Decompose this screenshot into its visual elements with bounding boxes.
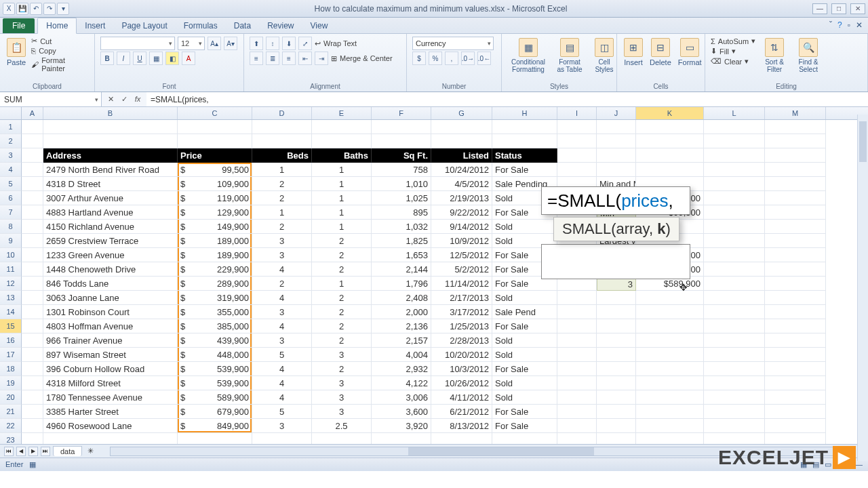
cell[interactable]: 2479 North Bend River Road — [43, 163, 178, 177]
cell[interactable] — [178, 134, 252, 148]
increase-font-icon[interactable]: A▴ — [208, 37, 221, 50]
cell[interactable]: 2,932 — [372, 362, 431, 376]
cell[interactable] — [22, 362, 43, 376]
cell[interactable]: Sale Pend — [492, 305, 557, 319]
tab-home[interactable]: Home — [37, 18, 77, 34]
cell[interactable]: 758 — [372, 163, 431, 177]
cell[interactable]: 4883 Hartland Avenue — [43, 205, 178, 220]
help-icon[interactable]: ? — [837, 20, 842, 30]
ribbon-close-icon[interactable]: ✕ — [856, 20, 863, 30]
cell[interactable] — [597, 376, 636, 390]
cell[interactable]: 3,600 — [372, 405, 431, 419]
cell[interactable]: 4318 Milford Street — [43, 376, 178, 390]
cell[interactable]: 2 — [312, 319, 372, 333]
decrease-font-icon[interactable]: A▾ — [224, 37, 237, 50]
cell[interactable]: 4,122 — [372, 376, 431, 390]
column-header-A[interactable]: A — [22, 107, 43, 119]
cell[interactable] — [636, 348, 704, 362]
accept-formula-icon[interactable]: ✓ — [118, 95, 130, 104]
cell[interactable]: 4803 Hoffman Avenue — [43, 319, 178, 333]
cell[interactable]: 3,006 — [372, 390, 431, 405]
cell[interactable] — [636, 319, 704, 333]
cell[interactable]: Sold — [492, 376, 557, 390]
select-all-cell[interactable] — [0, 107, 22, 119]
cell[interactable] — [22, 419, 43, 433]
align-right-icon[interactable]: ≡ — [282, 52, 296, 65]
undo-icon[interactable]: ↶ — [30, 3, 42, 15]
decrease-indent-icon[interactable]: ⇤ — [298, 52, 312, 65]
cell[interactable]: 3 — [312, 405, 372, 419]
cell[interactable]: 1233 Green Avenue — [43, 248, 178, 262]
cell[interactable]: 289,900 — [178, 277, 252, 291]
cell[interactable] — [43, 433, 178, 444]
cell[interactable] — [765, 120, 826, 134]
cell[interactable]: 846 Todds Lane — [43, 277, 178, 291]
cell[interactable]: Beds — [252, 148, 312, 163]
cell[interactable] — [636, 376, 704, 390]
cell[interactable]: 2 — [252, 191, 312, 205]
cell[interactable] — [22, 205, 43, 220]
cell[interactable]: 895 — [372, 205, 431, 220]
cell[interactable] — [765, 148, 826, 163]
cell-edit-overlay[interactable]: =SMALL(prices, — [541, 186, 690, 215]
cell[interactable] — [22, 120, 43, 134]
cell[interactable] — [22, 148, 43, 163]
row-header[interactable]: 9 — [0, 234, 22, 248]
column-header-L[interactable]: L — [704, 107, 765, 119]
cell[interactable]: 2 — [312, 248, 372, 262]
cell[interactable]: Listed — [431, 148, 492, 163]
cell[interactable]: 2 — [312, 362, 372, 376]
format-as-table-button[interactable]: ▤Format as Table — [553, 37, 586, 75]
cell[interactable] — [597, 291, 636, 305]
cell[interactable] — [22, 348, 43, 362]
format-cells-button[interactable]: ▭Format — [677, 37, 703, 68]
new-sheet-icon[interactable]: ✳ — [87, 447, 94, 455]
row-header[interactable]: 3 — [0, 148, 22, 163]
cell[interactable]: 2,144 — [372, 262, 431, 277]
cell[interactable] — [597, 120, 636, 134]
cell[interactable] — [765, 319, 826, 333]
qat-dropdown-icon[interactable]: ▾ — [57, 3, 69, 15]
row-header[interactable]: 14 — [0, 305, 22, 319]
tab-data[interactable]: Data — [226, 18, 259, 33]
cell[interactable]: 4 — [252, 362, 312, 376]
cell[interactable] — [704, 177, 765, 191]
cell[interactable]: 229,900 — [178, 262, 252, 277]
cell[interactable] — [636, 390, 704, 405]
cell[interactable]: Baths — [312, 148, 372, 163]
cell[interactable] — [22, 333, 43, 348]
cell[interactable] — [597, 148, 636, 163]
cell[interactable]: 9/22/2012 — [431, 205, 492, 220]
cell[interactable] — [178, 433, 252, 444]
align-center-icon[interactable]: ≣ — [266, 52, 279, 65]
cell[interactable]: 1 — [312, 191, 372, 205]
row-header[interactable]: 11 — [0, 262, 22, 277]
minimize-button[interactable]: — — [812, 3, 827, 14]
cell[interactable]: 3 — [252, 234, 312, 248]
align-top-icon[interactable]: ⬆ — [250, 37, 263, 50]
cell[interactable] — [22, 319, 43, 333]
cell[interactable] — [765, 234, 826, 248]
row-header[interactable]: 15 — [0, 319, 22, 333]
cell[interactable]: For Sale — [492, 405, 557, 419]
row-header[interactable]: 16 — [0, 333, 22, 348]
cell[interactable] — [557, 362, 597, 376]
cell[interactable]: 1780 Tennessee Avenue — [43, 390, 178, 405]
cell[interactable]: Sold — [492, 220, 557, 234]
cell[interactable]: 439,900 — [178, 333, 252, 348]
tab-review[interactable]: Review — [259, 18, 302, 33]
cell[interactable]: 3 — [312, 390, 372, 405]
cell[interactable] — [704, 419, 765, 433]
cell[interactable]: 2 — [252, 277, 312, 291]
cell[interactable]: 448,000 — [178, 348, 252, 362]
cell[interactable]: 129,900 — [178, 205, 252, 220]
column-header-K[interactable]: K — [636, 107, 704, 119]
cell[interactable] — [22, 191, 43, 205]
cell[interactable] — [704, 277, 765, 291]
row-header[interactable]: 2 — [0, 134, 22, 148]
fill-color-button[interactable]: ◧ — [165, 52, 179, 65]
sheet-nav-next[interactable]: ▶ — [28, 447, 38, 456]
cell[interactable] — [636, 163, 704, 177]
row-header[interactable]: 4 — [0, 163, 22, 177]
cell-styles-button[interactable]: ◫Cell Styles — [590, 37, 618, 75]
